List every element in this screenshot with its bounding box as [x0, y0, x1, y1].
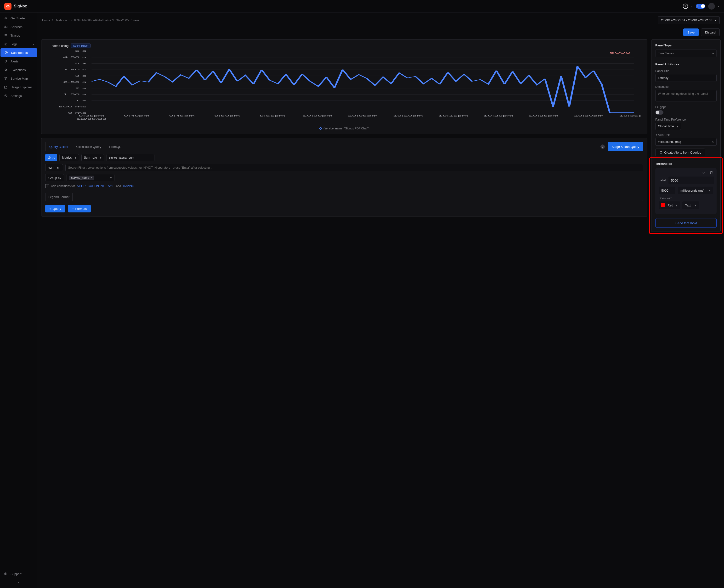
breadcrumb-item[interactable]: new: [133, 19, 139, 22]
help-icon[interactable]: ?: [683, 4, 688, 9]
query-visibility-toggle[interactable]: A: [45, 154, 57, 161]
where-label: WHERE: [45, 164, 63, 171]
svg-text:5 s: 5 s: [75, 50, 86, 52]
svg-text:500 ms: 500 ms: [58, 105, 86, 108]
svg-point-1: [5, 69, 6, 70]
tab-promql[interactable]: PromQL: [105, 142, 125, 151]
sidebar-item-usage-explorer[interactable]: Usage Explorer: [0, 83, 38, 91]
threshold-color-select[interactable]: Red▾: [659, 202, 680, 209]
create-alerts-button[interactable]: Create Alerts from Queries: [655, 149, 705, 156]
fill-gaps-toggle[interactable]: [655, 110, 663, 114]
tab-query-builder[interactable]: Query Builder: [45, 142, 72, 151]
panel-settings: Panel Type Time Series▾ Panel Attributes…: [651, 40, 721, 232]
svg-text:10:15pm: 10:15pm: [438, 115, 468, 117]
add-query-button[interactable]: + Query: [45, 205, 65, 212]
link-having[interactable]: HAVING: [123, 185, 134, 188]
sidebar-item-logs[interactable]: Logs›: [0, 40, 38, 48]
collapse-sidebar-icon[interactable]: ‹: [18, 581, 19, 584]
svg-text:9:50pm: 9:50pm: [214, 115, 240, 117]
logo-icon: [4, 3, 12, 10]
threshold-format-select[interactable]: Text▾: [682, 202, 699, 209]
confirm-threshold-icon[interactable]: [702, 171, 706, 175]
sidebar-item-get-started[interactable]: Get Started: [0, 14, 38, 22]
avatar[interactable]: J: [708, 3, 715, 9]
sidebar: Get StartedServicesTracesLogs›Dashboards…: [0, 13, 38, 588]
sidebar-item-dashboards[interactable]: Dashboards: [0, 48, 37, 57]
chart-area[interactable]: 0 ms500 ms1 s1.50 s2 s2.50 s3 s3.50 s4 s…: [57, 50, 641, 124]
sidebar-item-services[interactable]: Services: [0, 22, 38, 31]
svg-text:5000: 5000: [609, 51, 631, 54]
aggregation-select[interactable]: Sum_rate▾: [81, 154, 104, 161]
svg-text:4.50 s: 4.50 s: [63, 56, 86, 58]
threshold-unit-select[interactable]: milliseconds (ms)▾: [678, 187, 713, 194]
link-aggregation-interval[interactable]: AGGREGATION INTERVAL: [77, 185, 114, 188]
remove-tag-icon[interactable]: ×: [90, 176, 92, 180]
time-preference-select[interactable]: Global Time▾: [655, 123, 681, 130]
sidebar-item-settings[interactable]: Settings: [0, 91, 38, 100]
svg-text:10:10pm: 10:10pm: [393, 115, 423, 117]
sidebar-item-label: Logs: [11, 42, 17, 46]
qb-help-icon[interactable]: ?: [601, 145, 605, 149]
source-select[interactable]: Metrics▾: [59, 154, 79, 161]
breadcrumb-item[interactable]: 8c94bbf2-9fb5-497b-85a4-97fd797a2505: [74, 19, 128, 22]
svg-text:10:00pm: 10:00pm: [303, 115, 333, 117]
svg-text:4 s: 4 s: [75, 62, 86, 65]
stage-run-button[interactable]: Stage & Run Query: [608, 142, 643, 151]
query-id: A: [53, 156, 55, 160]
panel-type-select[interactable]: Time Series▾: [655, 49, 717, 57]
avatar-caret-icon[interactable]: [718, 6, 720, 7]
svg-text:2.50 s: 2.50 s: [63, 81, 86, 83]
description-label: Description: [655, 85, 717, 88]
threshold-label-input[interactable]: [668, 176, 714, 184]
clear-yaxis-icon[interactable]: ✕: [711, 140, 714, 144]
add-condition-icon[interactable]: +: [45, 184, 49, 188]
svg-text:10:30pm: 10:30pm: [574, 115, 604, 117]
sidebar-item-service-map[interactable]: Service Map: [0, 74, 38, 83]
section-panel-type: Panel Type: [655, 44, 717, 47]
logs-icon: [4, 42, 8, 46]
sidebar-item-alerts[interactable]: Alerts: [0, 57, 38, 66]
gauge-icon: [4, 51, 8, 55]
svg-text:12/28/23: 12/28/23: [77, 118, 107, 120]
save-button[interactable]: Save: [683, 28, 699, 36]
metric-input[interactable]: signoz_latency_sum: [106, 154, 155, 161]
chevron-down-icon: [715, 20, 717, 21]
svg-text:10:20pm: 10:20pm: [483, 115, 514, 117]
discard-button[interactable]: Discard: [701, 28, 720, 36]
legend-format-input[interactable]: [73, 193, 643, 201]
query-builder-card: Query Builder ClickHouse Query PromQL ? …: [41, 138, 647, 216]
panel-title-input[interactable]: [655, 74, 717, 82]
groupby-select[interactable]: service_name× ▾: [66, 174, 115, 181]
svg-text:9:55pm: 9:55pm: [260, 115, 285, 117]
threshold-value-input[interactable]: [659, 187, 676, 194]
svg-point-46: [49, 157, 50, 158]
svg-text:3.50 s: 3.50 s: [63, 68, 86, 71]
svg-text:9:35pm: 9:35pm: [79, 115, 105, 117]
panel-title-label: Panel Title: [655, 69, 717, 73]
sidebar-item-label: Support: [11, 572, 22, 576]
add-formula-button[interactable]: + Formula: [68, 205, 91, 212]
svg-text:9:40pm: 9:40pm: [124, 115, 149, 117]
breadcrumb-item[interactable]: Home: [42, 19, 50, 22]
add-threshold-button[interactable]: + Add threshold: [655, 218, 717, 228]
svg-point-7: [5, 573, 6, 574]
help-caret-icon[interactable]: [691, 6, 693, 7]
theme-toggle[interactable]: ☾: [696, 4, 705, 8]
sidebar-item-traces[interactable]: Traces: [0, 31, 38, 40]
description-input[interactable]: [655, 90, 717, 101]
cond-text: and: [116, 185, 121, 188]
delete-threshold-icon[interactable]: [709, 171, 713, 175]
time-range-picker[interactable]: 2023/12/28 21:31 - 2023/12/28 22:38: [658, 16, 720, 24]
sidebar-item-support[interactable]: Support: [0, 570, 38, 578]
tab-clickhouse[interactable]: ClickHouse Query: [72, 142, 105, 151]
graph-icon: [4, 77, 8, 80]
filter-input[interactable]: [65, 164, 643, 171]
brand[interactable]: SigNoz: [4, 3, 27, 10]
svg-point-4: [5, 79, 6, 79]
plotted-using-badge: Query Builder: [71, 44, 90, 48]
breadcrumb-item[interactable]: Dashboard: [55, 19, 69, 22]
sidebar-item-exceptions[interactable]: Exceptions: [0, 66, 38, 74]
sidebar-item-label: Settings: [11, 94, 22, 98]
time-range-value: 2023/12/28 21:31 - 2023/12/28 22:38: [661, 18, 712, 22]
yaxis-unit-select[interactable]: milliseconds (ms)✕: [655, 138, 717, 146]
